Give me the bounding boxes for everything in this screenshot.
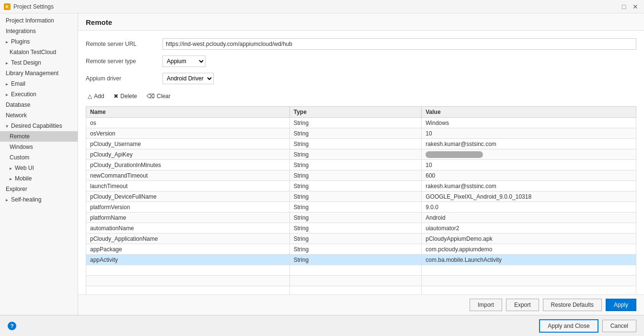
cell-type: String [289,234,422,244]
sidebar-item-label: Integrations [6,28,36,34]
sidebar-item-custom[interactable]: Custom [0,152,78,163]
cell-name: automationName [86,223,290,234]
masked-value [426,151,483,158]
table-row[interactable]: platformVersionString9.0.0 [86,202,636,213]
table-row-empty[interactable] [86,286,636,295]
sidebar-item-windows[interactable]: Windows [0,142,78,152]
sidebar-item-label: Remote [10,133,30,140]
help-icon[interactable]: ? [8,322,16,330]
title-bar-left: K Project Settings [4,3,54,10]
sidebar-item-integrations[interactable]: Integrations [0,26,78,36]
appium-driver-select[interactable]: Android DriveriOS Driver [162,73,214,84]
cell-value: 10 [422,128,636,139]
sidebar-item-katalon-testcloud[interactable]: Katalon TestCloud [0,47,78,57]
sidebar-item-desired-capabilities[interactable]: ▾Desired Capabilities [0,121,78,131]
cell-empty [422,265,636,276]
cell-type: String [289,244,422,255]
apply-and-close-button[interactable]: Apply and Close [539,319,598,333]
remote-url-input[interactable] [162,38,636,50]
table-toolbar: △ Add ✖ Delete ⌫ Clear [86,90,636,102]
table-row[interactable]: newCommandTimeoutString600 [86,170,636,181]
cell-type: String [289,160,422,170]
table-row[interactable]: launchTimeoutStringrakesh.kumar@sstsinc.… [86,181,636,191]
sidebar-item-explorer[interactable]: Explorer [0,184,78,194]
add-icon: △ [88,93,92,100]
cell-name: pCloudy_DeviceFullName [86,191,290,202]
clear-button[interactable]: ⌫ Clear [145,92,172,101]
cell-type: String [289,170,422,181]
cell-name: newCommandTimeout [86,170,290,181]
cell-value: 9.0.0 [422,202,636,213]
cell-value: GOOGLE_PixelXL_Android_9.0.0_10318 [422,191,636,202]
table-row[interactable]: appPackageStringcom.pcloudy.appiumdemo [86,244,636,255]
table-row[interactable]: pCloudy_DurationInMinutesString10 [86,160,636,170]
cell-empty [422,286,636,295]
remote-type-row: Remote server type AppiumOther [86,56,636,67]
table-row[interactable]: pCloudy_DeviceFullNameStringGOOGLE_Pixel… [86,191,636,202]
sidebar-item-project-information[interactable]: Project Information [0,15,78,26]
cell-name: pCloudy_DurationInMinutes [86,160,290,170]
cell-name: os [86,118,290,128]
table-row[interactable]: appActivityStringcom.ba.mobile.LaunchAct… [86,255,636,265]
clear-icon: ⌫ [147,93,155,100]
apply-button[interactable]: Apply [606,299,636,311]
table-row[interactable]: pCloudy_ApplicationNameStringpCloudyAppi… [86,234,636,244]
arrow-icon: ▸ [6,81,8,87]
arrow-icon: ▸ [10,176,12,181]
title-bar-controls: □ ✕ [619,2,640,11]
cell-value [422,149,636,160]
cell-type: String [289,202,422,213]
add-button[interactable]: △ Add [86,92,106,101]
sidebar-item-label: Web UI [15,165,34,171]
sidebar-item-remote[interactable]: Remote [0,131,78,142]
sidebar-item-web-ui[interactable]: ▸Web UI [0,163,78,173]
maximize-button[interactable]: □ [619,2,629,11]
cell-value: 10 [422,160,636,170]
delete-icon: ✖ [114,93,118,100]
col-header-name: Name [86,107,290,118]
bottom-bar-left: ? [8,322,535,330]
sidebar-item-network[interactable]: Network [0,110,78,121]
sidebar-item-label: Email [11,80,25,87]
table-row[interactable]: pCloudy_UsernameStringrakesh.kumar@sstsi… [86,139,636,149]
delete-button[interactable]: ✖ Delete [112,92,139,101]
remote-type-value: AppiumOther [162,56,636,67]
sidebar-item-library-management[interactable]: Library Management [0,68,78,78]
table-row-empty[interactable] [86,276,636,286]
table-row[interactable]: osStringWindows [86,118,636,128]
cell-name: appActivity [86,255,290,265]
sidebar-item-execution[interactable]: ▸Execution [0,89,78,100]
sidebar-item-plugins[interactable]: ▸Plugins [0,36,78,47]
table-header-row: Name Type Value [86,107,636,118]
cancel-button[interactable]: Cancel [602,320,636,332]
cell-name: platformName [86,213,290,223]
close-button[interactable]: ✕ [631,2,640,11]
cell-value: pCloudyAppiumDemo.apk [422,234,636,244]
cell-value: Windows [422,118,636,128]
export-button[interactable]: Export [506,299,539,311]
cell-empty [289,276,422,286]
sidebar-item-self-healing[interactable]: ▸Self-healing [0,194,78,205]
cell-type: String [289,128,422,139]
sidebar-item-label: Katalon TestCloud [10,49,56,56]
remote-type-select[interactable]: AppiumOther [162,56,206,67]
sidebar-item-mobile[interactable]: ▸Mobile [0,173,78,184]
restore-defaults-button[interactable]: Restore Defaults [543,299,602,311]
arrow-icon: ▾ [6,123,8,129]
sidebar-item-email[interactable]: ▸Email [0,78,78,89]
sidebar-item-database[interactable]: Database [0,100,78,110]
remote-url-row: Remote server URL [86,38,636,50]
table-row-empty[interactable] [86,265,636,276]
import-button[interactable]: Import [470,299,502,311]
cell-value: 600 [422,170,636,181]
table-row[interactable]: osVersionString10 [86,128,636,139]
cell-name: launchTimeout [86,181,290,191]
sidebar-item-test-design[interactable]: ▸Test Design [0,57,78,68]
table-row[interactable]: platformNameStringAndroid [86,213,636,223]
sidebar-item-label: Explorer [6,186,27,192]
table-row[interactable]: pCloudy_ApiKeyString [86,149,636,160]
table-row[interactable]: automationNameStringuiautomator2 [86,223,636,234]
cell-type: String [289,213,422,223]
cell-type: String [289,191,422,202]
arrow-icon: ▸ [6,60,8,66]
